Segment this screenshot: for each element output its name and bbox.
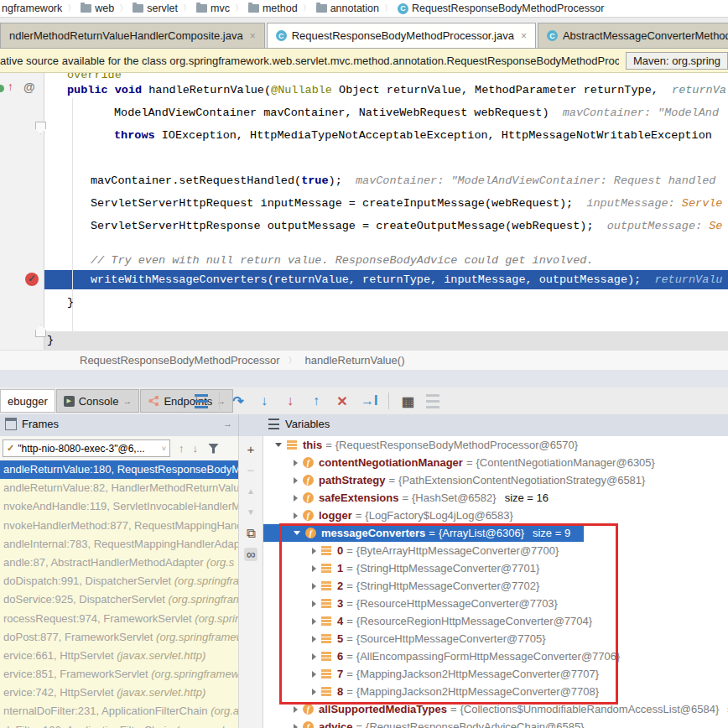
frame-package: (org.sprin (195, 612, 238, 625)
fold-marker-icon[interactable] (35, 325, 46, 337)
stack-frame-row[interactable]: andle:87, AbstractHandlerMethodAdapter (… (0, 554, 238, 572)
variable-row-2[interactable]: 2={StringHttpMessageConverter@7702} (263, 577, 728, 595)
step-out-icon[interactable]: ↑ (309, 393, 324, 408)
banner-library-button[interactable]: Maven: org.spring (626, 52, 728, 70)
stack-frame-row[interactable]: nvokeHandlerMethod:877, RequestMappingHa… (0, 517, 238, 535)
fold-marker-icon[interactable] (35, 122, 46, 134)
variable-row-pathStrategy[interactable]: fpathStrategy={PathExtensionContentNegot… (263, 471, 728, 489)
add-watch-button[interactable]: + (247, 443, 255, 456)
code-token: } (67, 296, 74, 309)
debug-tab-ebugger[interactable]: ebugger (0, 389, 55, 413)
prev-frame-button[interactable]: ↑ (179, 442, 185, 455)
tree-chevron-icon[interactable] (312, 618, 316, 625)
tree-chevron-icon[interactable] (312, 583, 316, 590)
stack-frame-row[interactable]: ervice:851, FrameworkServlet (org.spring… (0, 665, 238, 684)
variable-row-advice[interactable]: fadvice={RequestResponseBodyAdviceChain@… (263, 718, 728, 728)
breadcrumb-item-RequestResponseBodyMethodProcessor[interactable]: CRequestResponseBodyMethodProcessor (396, 3, 606, 14)
tree-chevron-icon[interactable] (312, 671, 316, 678)
overriding-method-icon[interactable]: ↑ (8, 80, 13, 93)
remove-watch-button[interactable]: − (247, 464, 255, 477)
drop-frame-icon[interactable]: ✕ (335, 393, 350, 409)
tree-chevron-icon[interactable] (312, 565, 316, 572)
variable-row-8[interactable]: 8={MappingJackson2HttpMessageConverter@7… (263, 683, 728, 700)
stack-frame-row[interactable]: rocessRequest:974, FrameworkServlet (org… (0, 610, 238, 628)
stack-frame-row[interactable]: ervice:661, HttpServlet (javax.servlet.h… (0, 647, 238, 665)
move-watch-down-button[interactable]: ▼ (247, 506, 255, 519)
variable-row-4[interactable]: 4={ResourceRegionHttpMessageConverter@77… (263, 612, 728, 630)
breadcrumb-item-method[interactable]: method (247, 3, 299, 14)
variable-row-this[interactable]: this={RequestResponseBodyMethodProcessor… (263, 436, 728, 454)
breadcrumb-item-ngframework[interactable]: ngframework (0, 3, 64, 14)
editor-tab[interactable]: CAbstractMessageConverterMethodProc (538, 23, 728, 48)
show-execution-point-icon[interactable] (195, 394, 208, 408)
variables-menu-icon[interactable] (268, 419, 279, 429)
breadcrumb-item-servlet[interactable]: servlet (131, 3, 179, 14)
close-tab-icon[interactable]: × (521, 30, 527, 42)
tree-chevron-icon[interactable] (312, 601, 316, 607)
breadcrumb-method[interactable]: handleReturnValue() (304, 354, 404, 367)
tree-chevron-icon[interactable] (275, 443, 282, 447)
tree-chevron-icon[interactable] (294, 495, 298, 502)
tree-chevron-icon[interactable] (294, 512, 298, 519)
tree-chevron-icon[interactable] (312, 689, 316, 695)
force-step-into-icon[interactable]: ↓ (283, 393, 298, 408)
layout-settings-icon[interactable] (426, 394, 439, 408)
stack-frame-row[interactable]: nvokeAndHandle:119, ServletInvocableHand… (0, 497, 238, 516)
variable-row-3[interactable]: 3={ResourceHttpMessageConverter@7703} (263, 595, 728, 612)
tree-chevron-icon[interactable] (312, 636, 316, 642)
stack-frame-row[interactable]: andleInternal:783, RequestMappingHandler… (0, 535, 238, 554)
breadcrumb-item-web[interactable]: web (79, 3, 116, 14)
breadcrumb-item-annotation[interactable]: annotation (315, 3, 381, 14)
variable-row-1[interactable]: 1={StringHttpMessageConverter@7701} (263, 559, 728, 577)
stack-frame-row[interactable]: doFilter:166, ApplicationFilterChain (or… (0, 721, 238, 728)
run-to-cursor-icon[interactable]: →I (361, 393, 377, 408)
tree-chevron-icon[interactable] (294, 531, 300, 535)
variable-row-contentNegotiationManager[interactable]: fcontentNegotiationManager={ContentNegot… (263, 454, 728, 471)
evaluate-expression-icon[interactable]: ▦ (400, 393, 415, 409)
show-watches-toggle[interactable]: ∞ (244, 548, 258, 561)
stack-frame-row[interactable]: doDispatch:991, DispatcherServlet (org.s… (0, 572, 238, 590)
move-watch-up-button[interactable]: ▲ (247, 485, 255, 498)
breakpoint-icon[interactable]: ✓ (25, 273, 39, 286)
variables-toolbar: + − ▲ ▼ ⧉ ∞ (239, 436, 263, 728)
duplicate-watch-button[interactable]: ⧉ (247, 527, 256, 540)
stack-frame-row[interactable]: nternalDoFilter:231, ApplicationFilterCh… (0, 702, 238, 720)
breadcrumb-class[interactable]: RequestResponseBodyMethodProcessor (80, 354, 279, 367)
tree-chevron-icon[interactable] (294, 724, 298, 728)
tree-chevron-icon[interactable] (312, 548, 316, 554)
step-over-icon[interactable]: ↷ (231, 393, 246, 409)
variable-row-messageConverters[interactable]: fmessageConverters={ArrayList@6306}size … (263, 524, 728, 542)
variable-row-6[interactable]: 6={AllEncompassingFormHttpMessageConvert… (263, 647, 728, 665)
tree-chevron-icon[interactable] (294, 477, 298, 484)
debug-tab-console[interactable]: ▶Console→ (56, 389, 140, 413)
tree-chevron-icon[interactable] (294, 706, 298, 713)
close-tab-icon[interactable]: × (250, 30, 256, 42)
variable-name: 6 (337, 650, 343, 663)
equals-sign: = (343, 562, 356, 575)
stack-frame-row[interactable]: doPost:877, FrameworkServlet (org.spring… (0, 628, 238, 647)
breadcrumb-item-mvc[interactable]: mvc (195, 3, 231, 14)
variable-row-allSupportedMediaTypes[interactable]: fallSupportedMediaTypes={Collections$Unm… (263, 700, 728, 718)
editor-tab[interactable]: CRequestResponseBodyMethodProcessor.java… (267, 23, 536, 48)
hide-frames-filter-icon[interactable] (208, 444, 219, 454)
next-frame-button[interactable]: ↓ (193, 442, 199, 455)
frames-pin-icon[interactable]: → (223, 419, 232, 429)
thread-combobox[interactable]: ✓ "http-nio-8080-exec-3"@6,... ˅ (3, 439, 170, 457)
tree-chevron-icon[interactable] (312, 653, 316, 660)
tree-chevron-icon[interactable] (294, 460, 298, 466)
step-into-icon[interactable]: ↓ (257, 393, 272, 408)
stack-frame-row[interactable]: doService:925, DispatcherServlet (org.sp… (0, 590, 238, 609)
stack-frame-row[interactable]: ervice:742, HttpServlet (javax.servlet.h… (0, 684, 238, 702)
stack-frame-row[interactable]: andleReturnValue:82, HandlerMethodReturn… (0, 479, 238, 497)
variable-row-5[interactable]: 5={SourceHttpMessageConverter@7705} (263, 630, 728, 647)
variable-row-7[interactable]: 7={MappingJackson2HttpMessageConverter@7… (263, 665, 728, 683)
stack-frame-row[interactable]: andleReturnValue:180, RequestResponseBod… (0, 460, 238, 479)
toolbar-separator (388, 393, 389, 409)
variable-row-logger[interactable]: flogger={LogFactory$Log4jLog@6583} (263, 507, 728, 524)
tab-label: ndlerMethodReturnValueHandlerComposite.j… (9, 29, 243, 42)
variable-row-safeExtensions[interactable]: fsafeExtensions={HashSet@6582}size = 16 (263, 489, 728, 507)
code-editor[interactable]: ↑ @ ✓ overridepublic void handleReturnVa… (0, 73, 728, 350)
chevron-right-icon: 〉 (116, 3, 131, 14)
editor-tab[interactable]: ndlerMethodReturnValueHandlerComposite.j… (0, 23, 265, 48)
variable-row-0[interactable]: 0={ByteArrayHttpMessageConverter@7700} (263, 542, 728, 559)
